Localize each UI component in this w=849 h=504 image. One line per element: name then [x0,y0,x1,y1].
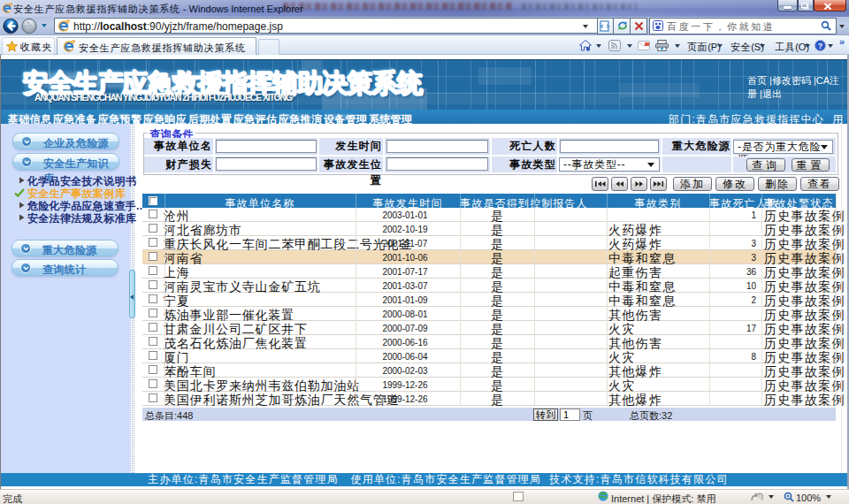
svg-text:?: ? [818,42,823,50]
